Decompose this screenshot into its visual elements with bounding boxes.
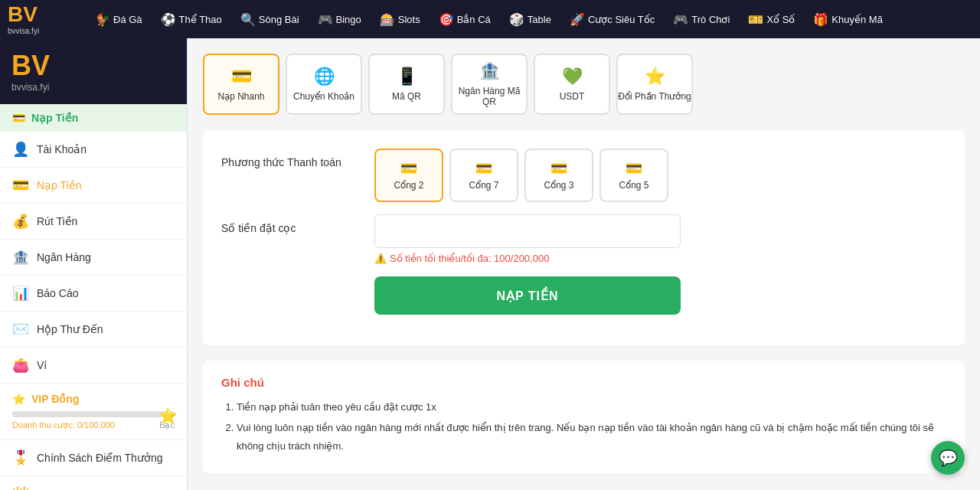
nav-item-tro-choi[interactable]: 🎮 Trò Chơi [665, 8, 737, 31]
da-ga-icon: 🐓 [95, 12, 110, 27]
phuong-thuc-label: Phương thức Thanh toán [221, 149, 359, 168]
tab-chuyen-khoan[interactable]: 🌐 Chuyển Khoản [286, 54, 362, 115]
main-layout: BV bvvisa.fyi 💳 Nạp Tiền 👤 Tài Khoản 💳 N… [0, 38, 980, 490]
bingo-icon: 🎮 [318, 12, 333, 27]
gateway-cong-3[interactable]: 💳 Cổng 3 [524, 149, 593, 202]
amount-controls: ⚠️ Số tiền tối thiểu/tối đa: 100/200,000 [374, 214, 946, 264]
gateway-options: 💳 Cổng 2 💳 Cổng 7 💳 Cổng 3 💳 [374, 149, 946, 202]
rut-tien-icon: 💰 [12, 213, 29, 230]
submit-controls: NẠP TIỀN [374, 276, 946, 315]
sidebar-item-ngan-hang[interactable]: 🏦 Ngân Hàng [0, 240, 187, 276]
nav-item-ban-ca[interactable]: 🎯 Bắn Cá [431, 8, 498, 31]
sidebar-item-chinh-sach[interactable]: 🎖️ Chính Sách Điểm Thưởng [0, 440, 187, 476]
vip-current-label: Doanh thu cược: 0/100,000 [12, 420, 115, 430]
vip-title: ⭐ VIP Đồng [12, 393, 175, 405]
logo-area: BV bvvisa.fyi [8, 4, 84, 35]
ngan-hang-icon: 🏦 [12, 249, 29, 266]
gateway-controls: 💳 Cổng 2 💳 Cổng 7 💳 Cổng 3 💳 [374, 149, 946, 202]
submit-row: NẠP TIỀN [221, 276, 946, 315]
error-message: ⚠️ Số tiền tối thiểu/tối đa: 100/200,000 [374, 253, 946, 264]
nav-item-khuyen-ma[interactable]: 🎁 Khuyến Mã [805, 8, 890, 31]
notes-title: Ghi chú [221, 376, 946, 389]
sidebar-item-tai-khoan[interactable]: 👤 Tài Khoản [0, 132, 187, 168]
notes-list: Tiền nạp phải tuân theo yêu cầu đặt cược… [221, 398, 946, 455]
hop-thu-den-icon: ✉️ [12, 321, 29, 338]
note-item-1: Tiền nạp phải tuân theo yêu cầu đặt cược… [237, 398, 946, 416]
ma-qr-tab-icon: 📱 [397, 67, 417, 87]
chuyen-khoan-tab-icon: 🌐 [314, 67, 335, 87]
chinh-sach-icon: 🎖️ [12, 449, 29, 466]
tro-choi-icon: 🎮 [673, 12, 688, 27]
cuoc-sieu-toc-icon: 🚀 [570, 12, 585, 27]
tai-khoan-icon: 👤 [12, 141, 29, 158]
chat-icon: 💬 [939, 449, 958, 467]
nav-item-xo-so[interactable]: 🎫 Xổ Số [740, 8, 802, 31]
so-tien-label: Số tiền đặt cọc [221, 214, 359, 234]
vip-star-icon: ⭐ [158, 407, 178, 425]
nap-nhanh-tab-icon: 💳 [231, 67, 252, 87]
sidebar-logo-text: BV [11, 50, 175, 82]
payment-method-row: Phương thức Thanh toán 💳 Cổng 2 💳 Cổng 7… [221, 149, 946, 202]
form-card: Phương thức Thanh toán 💳 Cổng 2 💳 Cổng 7… [203, 130, 965, 345]
gateway-cong-7[interactable]: 💳 Cổng 7 [449, 149, 518, 202]
sidebar: BV bvvisa.fyi 💳 Nạp Tiền 👤 Tài Khoản 💳 N… [0, 38, 188, 490]
tab-nap-nhanh[interactable]: 💳 Nạp Nhanh [203, 54, 279, 115]
float-chat-button[interactable]: 💬 [931, 441, 965, 475]
sidebar-item-hop-thu-den[interactable]: ✉️ Hộp Thư Đến [0, 312, 187, 348]
cong-5-icon: 💳 [626, 160, 642, 177]
slots-icon: 🎰 [380, 12, 395, 27]
ngan-hang-ma-qr-tab-icon: 🏦 [479, 61, 500, 81]
wallet-icon: 💳 [12, 112, 25, 124]
sidebar-logo-sub: bvvisa.fyi [11, 82, 175, 93]
nav-item-the-thao[interactable]: ⚽ Thể Thao [153, 8, 230, 31]
doi-phan-thuong-tab-icon: ⭐ [645, 67, 665, 87]
the-thao-icon: ⚽ [161, 12, 176, 27]
gateway-cong-2[interactable]: 💳 Cổng 2 [374, 149, 443, 202]
vi-icon: 👛 [12, 357, 29, 374]
cong-7-icon: 💳 [475, 160, 492, 177]
gateway-cong-5[interactable]: 💳 Cổng 5 [599, 149, 668, 202]
sidebar-logo: BV bvvisa.fyi [0, 38, 187, 104]
nav-item-da-ga[interactable]: 🐓 Đá Gà [87, 8, 150, 31]
nav-item-bingo[interactable]: 🎮 Bingo [310, 8, 369, 31]
nap-tien-button[interactable]: NẠP TIỀN [374, 276, 681, 315]
sidebar-item-vi[interactable]: 👛 Ví [0, 348, 187, 384]
sidebar-item-vip[interactable]: 👑 VIP [0, 476, 187, 490]
vip-crown-icon: 👑 [12, 485, 29, 490]
usdt-tab-icon: 💚 [562, 67, 583, 87]
vip-labels: Doanh thu cược: 0/100,000 Bạc [12, 420, 175, 430]
cong-2-icon: 💳 [400, 160, 417, 177]
nav-item-song-bai[interactable]: 🔍 Sòng Bài [233, 8, 307, 31]
vip-icon: ⭐ [12, 393, 25, 405]
note-item-2: Vui lòng luôn nạp tiền vào ngân hàng mới… [237, 419, 946, 455]
sidebar-item-nap-tien[interactable]: 💳 Nạp Tiền [0, 168, 187, 204]
notes-section: Ghi chú Tiền nạp phải tuân theo yêu cầu … [203, 361, 965, 473]
ban-ca-icon: 🎯 [439, 12, 454, 27]
bao-cao-icon: 📊 [12, 285, 29, 302]
nav-item-slots[interactable]: 🎰 Slots [372, 8, 428, 31]
cong-3-icon: 💳 [550, 160, 567, 177]
nap-tien-section-label: 💳 Nạp Tiền [0, 104, 187, 132]
error-icon: ⚠️ [374, 253, 387, 264]
payment-tabs: 💳 Nạp Nhanh 🌐 Chuyển Khoản 📱 Mã QR 🏦 Ngâ… [203, 54, 965, 115]
sidebar-item-rut-tien[interactable]: 💰 Rút Tiền [0, 204, 187, 240]
tab-ma-qr[interactable]: 📱 Mã QR [368, 54, 445, 115]
tab-usdt[interactable]: 💚 USDT [534, 54, 610, 115]
vip-section: ⭐ VIP Đồng ⭐ Doanh thu cược: 0/100,000 B… [0, 384, 187, 440]
tab-doi-phan-thuong[interactable]: ⭐ Đổi Phần Thưởng [616, 54, 693, 115]
sidebar-item-bao-cao[interactable]: 📊 Báo Cáo [0, 276, 187, 312]
vip-progress-bar: ⭐ [12, 411, 175, 417]
tab-ngan-hang-ma-qr[interactable]: 🏦 Ngân Hàng Mã QR [451, 54, 528, 115]
xo-so-icon: 🎫 [748, 12, 763, 27]
nav-item-cuoc-sieu-toc[interactable]: 🚀 Cược Siêu Tốc [562, 8, 662, 31]
logo-sub: bvvisa.fyi [8, 27, 39, 35]
table-icon: 🎲 [509, 12, 524, 27]
nav-item-table[interactable]: 🎲 Table [501, 8, 559, 31]
song-bai-icon: 🔍 [240, 12, 256, 27]
amount-row: Số tiền đặt cọc ⚠️ Số tiền tối thiểu/tối… [221, 214, 946, 264]
amount-input[interactable] [374, 214, 681, 248]
content-area: 💳 Nạp Nhanh 🌐 Chuyển Khoản 📱 Mã QR 🏦 Ngâ… [188, 38, 980, 490]
khuyen-ma-icon: 🎁 [813, 12, 828, 27]
top-navigation: BV bvvisa.fyi 🐓 Đá Gà ⚽ Thể Thao 🔍 Sòng … [0, 0, 980, 38]
nap-tien-icon: 💳 [12, 177, 29, 194]
